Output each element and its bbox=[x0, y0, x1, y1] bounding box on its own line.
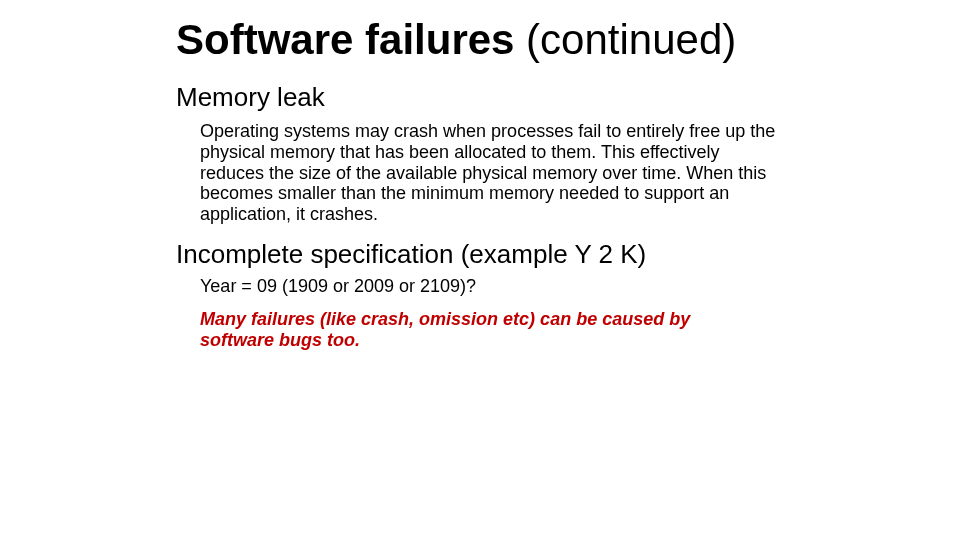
section-body-memory-leak: Operating systems may crash when process… bbox=[200, 121, 780, 224]
title-main: Software failures bbox=[176, 16, 526, 63]
section-heading-memory-leak: Memory leak bbox=[176, 82, 840, 113]
section-body-incomplete-spec: Year = 09 (1909 or 2009 or 2109)? bbox=[200, 276, 840, 297]
closing-statement: Many failures (like crash, omission etc)… bbox=[200, 309, 760, 352]
section-heading-incomplete-spec: Incomplete specification (example Y 2 K) bbox=[176, 239, 840, 270]
title-continued: (continued) bbox=[526, 16, 736, 63]
slide-title: Software failures (continued) bbox=[176, 18, 840, 62]
slide: Software failures (continued) Memory lea… bbox=[0, 0, 960, 540]
